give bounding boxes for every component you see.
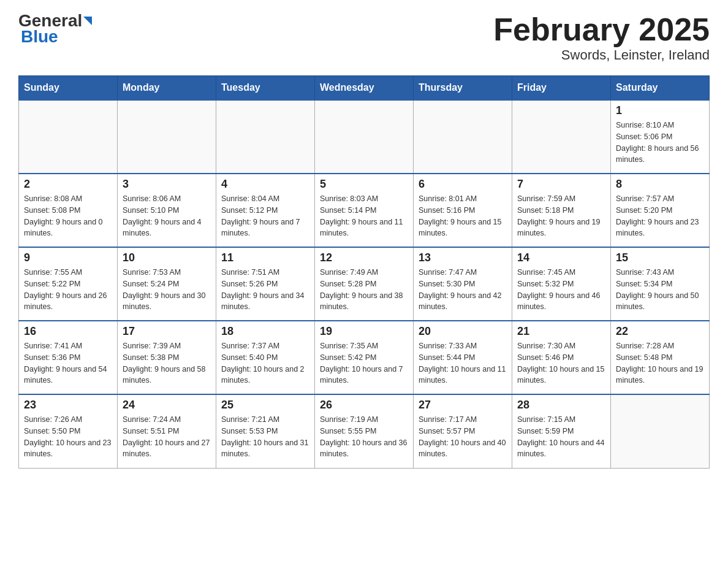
page-subtitle: Swords, Leinster, Ireland: [493, 47, 710, 63]
day-info: Sunrise: 7:59 AM Sunset: 5:18 PM Dayligh…: [517, 193, 605, 239]
calendar-cell: 25Sunrise: 7:21 AM Sunset: 5:53 PM Dayli…: [216, 394, 315, 468]
calendar-header-row: Sunday Monday Tuesday Wednesday Thursday…: [19, 76, 710, 101]
day-info: Sunrise: 7:37 AM Sunset: 5:40 PM Dayligh…: [221, 340, 309, 386]
day-number: 7: [517, 178, 605, 191]
day-info: Sunrise: 7:24 AM Sunset: 5:51 PM Dayligh…: [123, 414, 211, 460]
calendar-cell: 26Sunrise: 7:19 AM Sunset: 5:55 PM Dayli…: [315, 394, 414, 468]
day-number: 13: [419, 251, 507, 264]
day-info: Sunrise: 7:33 AM Sunset: 5:44 PM Dayligh…: [419, 340, 507, 386]
calendar-cell: 3Sunrise: 8:06 AM Sunset: 5:10 PM Daylig…: [118, 174, 216, 247]
day-number: 15: [616, 251, 704, 264]
day-number: 9: [24, 251, 112, 264]
calendar-cell: 8Sunrise: 7:57 AM Sunset: 5:20 PM Daylig…: [611, 174, 710, 247]
calendar-cell: 6Sunrise: 8:01 AM Sunset: 5:16 PM Daylig…: [414, 174, 512, 247]
day-info: Sunrise: 8:08 AM Sunset: 5:08 PM Dayligh…: [24, 193, 112, 239]
day-info: Sunrise: 7:57 AM Sunset: 5:20 PM Dayligh…: [616, 193, 704, 239]
day-number: 18: [221, 325, 309, 338]
calendar-cell: 1Sunrise: 8:10 AM Sunset: 5:06 PM Daylig…: [611, 100, 710, 174]
calendar-cell: 12Sunrise: 7:49 AM Sunset: 5:28 PM Dayli…: [315, 247, 414, 321]
week-row-4: 16Sunrise: 7:41 AM Sunset: 5:36 PM Dayli…: [19, 321, 710, 394]
col-saturday: Saturday: [611, 76, 710, 101]
day-number: 8: [616, 178, 704, 191]
col-wednesday: Wednesday: [315, 76, 414, 101]
day-info: Sunrise: 7:53 AM Sunset: 5:24 PM Dayligh…: [123, 267, 211, 313]
day-number: 17: [123, 325, 211, 338]
day-info: Sunrise: 8:03 AM Sunset: 5:14 PM Dayligh…: [320, 193, 408, 239]
day-number: 25: [221, 399, 309, 412]
calendar-cell: 18Sunrise: 7:37 AM Sunset: 5:40 PM Dayli…: [216, 321, 315, 394]
day-number: 24: [123, 399, 211, 412]
logo-arrow-icon: [83, 17, 92, 25]
calendar-cell: 24Sunrise: 7:24 AM Sunset: 5:51 PM Dayli…: [118, 394, 216, 468]
day-number: 28: [517, 399, 605, 412]
calendar-cell: [611, 394, 710, 468]
calendar-cell: 5Sunrise: 8:03 AM Sunset: 5:14 PM Daylig…: [315, 174, 414, 247]
day-number: 2: [24, 178, 112, 191]
calendar-cell: 22Sunrise: 7:28 AM Sunset: 5:48 PM Dayli…: [611, 321, 710, 394]
day-number: 14: [517, 251, 605, 264]
week-row-1: 1Sunrise: 8:10 AM Sunset: 5:06 PM Daylig…: [19, 100, 710, 174]
week-row-3: 9Sunrise: 7:55 AM Sunset: 5:22 PM Daylig…: [19, 247, 710, 321]
logo-sub-text: Blue: [18, 27, 58, 47]
day-number: 20: [419, 325, 507, 338]
col-tuesday: Tuesday: [216, 76, 315, 101]
day-info: Sunrise: 7:26 AM Sunset: 5:50 PM Dayligh…: [24, 414, 112, 460]
col-thursday: Thursday: [414, 76, 512, 101]
calendar-cell: 15Sunrise: 7:43 AM Sunset: 5:34 PM Dayli…: [611, 247, 710, 321]
day-number: 4: [221, 178, 309, 191]
calendar-cell: 7Sunrise: 7:59 AM Sunset: 5:18 PM Daylig…: [512, 174, 611, 247]
day-number: 6: [419, 178, 507, 191]
calendar-cell: 14Sunrise: 7:45 AM Sunset: 5:32 PM Dayli…: [512, 247, 611, 321]
calendar-cell: 23Sunrise: 7:26 AM Sunset: 5:50 PM Dayli…: [19, 394, 118, 468]
calendar-cell: 11Sunrise: 7:51 AM Sunset: 5:26 PM Dayli…: [216, 247, 315, 321]
day-number: 27: [419, 399, 507, 412]
week-row-2: 2Sunrise: 8:08 AM Sunset: 5:08 PM Daylig…: [19, 174, 710, 247]
day-info: Sunrise: 7:51 AM Sunset: 5:26 PM Dayligh…: [221, 267, 309, 313]
calendar-cell: 27Sunrise: 7:17 AM Sunset: 5:57 PM Dayli…: [414, 394, 512, 468]
calendar-cell: 2Sunrise: 8:08 AM Sunset: 5:08 PM Daylig…: [19, 174, 118, 247]
day-number: 22: [616, 325, 704, 338]
day-number: 12: [320, 251, 408, 264]
day-info: Sunrise: 8:01 AM Sunset: 5:16 PM Dayligh…: [419, 193, 507, 239]
day-number: 26: [320, 399, 408, 412]
calendar-cell: [118, 100, 216, 174]
page-title: February 2025: [493, 12, 710, 47]
calendar-cell: 16Sunrise: 7:41 AM Sunset: 5:36 PM Dayli…: [19, 321, 118, 394]
day-info: Sunrise: 7:55 AM Sunset: 5:22 PM Dayligh…: [24, 267, 112, 313]
day-number: 5: [320, 178, 408, 191]
calendar-cell: [315, 100, 414, 174]
day-info: Sunrise: 7:19 AM Sunset: 5:55 PM Dayligh…: [320, 414, 408, 460]
day-number: 23: [24, 399, 112, 412]
logo: General Blue: [18, 12, 92, 47]
calendar-cell: 20Sunrise: 7:33 AM Sunset: 5:44 PM Dayli…: [414, 321, 512, 394]
day-number: 10: [123, 251, 211, 264]
day-info: Sunrise: 7:45 AM Sunset: 5:32 PM Dayligh…: [517, 267, 605, 313]
calendar-cell: 28Sunrise: 7:15 AM Sunset: 5:59 PM Dayli…: [512, 394, 611, 468]
day-info: Sunrise: 7:15 AM Sunset: 5:59 PM Dayligh…: [517, 414, 605, 460]
week-row-5: 23Sunrise: 7:26 AM Sunset: 5:50 PM Dayli…: [19, 394, 710, 468]
calendar-cell: 13Sunrise: 7:47 AM Sunset: 5:30 PM Dayli…: [414, 247, 512, 321]
day-info: Sunrise: 8:04 AM Sunset: 5:12 PM Dayligh…: [221, 193, 309, 239]
day-info: Sunrise: 7:41 AM Sunset: 5:36 PM Dayligh…: [24, 340, 112, 386]
day-info: Sunrise: 7:35 AM Sunset: 5:42 PM Dayligh…: [320, 340, 408, 386]
day-info: Sunrise: 7:43 AM Sunset: 5:34 PM Dayligh…: [616, 267, 704, 313]
day-number: 21: [517, 325, 605, 338]
day-info: Sunrise: 7:17 AM Sunset: 5:57 PM Dayligh…: [419, 414, 507, 460]
calendar-cell: 19Sunrise: 7:35 AM Sunset: 5:42 PM Dayli…: [315, 321, 414, 394]
calendar-cell: [19, 100, 118, 174]
day-number: 16: [24, 325, 112, 338]
col-friday: Friday: [512, 76, 611, 101]
calendar-cell: 21Sunrise: 7:30 AM Sunset: 5:46 PM Dayli…: [512, 321, 611, 394]
col-monday: Monday: [118, 76, 216, 101]
calendar-cell: 10Sunrise: 7:53 AM Sunset: 5:24 PM Dayli…: [118, 247, 216, 321]
day-info: Sunrise: 7:28 AM Sunset: 5:48 PM Dayligh…: [616, 340, 704, 386]
day-number: 3: [123, 178, 211, 191]
day-info: Sunrise: 7:21 AM Sunset: 5:53 PM Dayligh…: [221, 414, 309, 460]
day-number: 19: [320, 325, 408, 338]
calendar-cell: 4Sunrise: 8:04 AM Sunset: 5:12 PM Daylig…: [216, 174, 315, 247]
calendar-table: Sunday Monday Tuesday Wednesday Thursday…: [18, 75, 710, 469]
calendar-cell: 9Sunrise: 7:55 AM Sunset: 5:22 PM Daylig…: [19, 247, 118, 321]
title-block: February 2025 Swords, Leinster, Ireland: [493, 12, 710, 63]
calendar-cell: [512, 100, 611, 174]
day-number: 11: [221, 251, 309, 264]
